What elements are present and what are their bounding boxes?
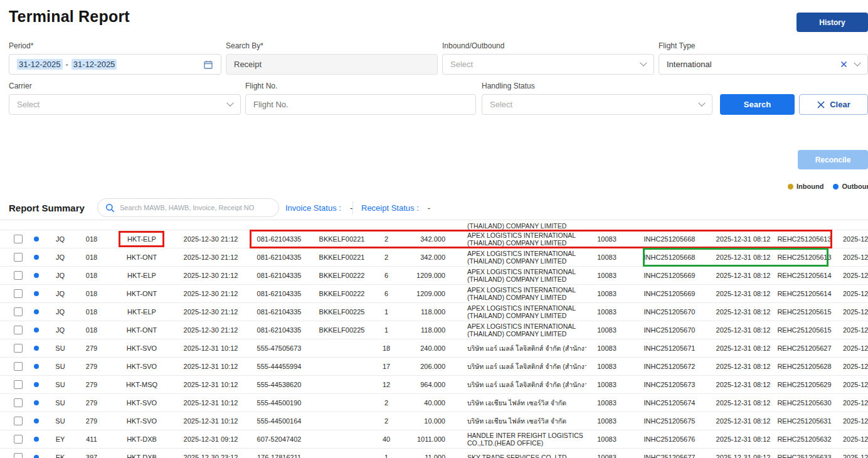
- row-checkbox[interactable]: [14, 253, 23, 262]
- row-checkbox[interactable]: [14, 235, 23, 243]
- cell-receipt-no: REHC251205628: [775, 358, 834, 375]
- cell-receipt-no: REHC251205615: [775, 321, 834, 339]
- table-row[interactable]: JQ 018 HKT-ONT 2025-12-30 21:12 081-6210…: [0, 321, 868, 339]
- cell-mawb: 081-62104335: [246, 248, 312, 266]
- cell-invoice-no: INHC251205671: [627, 339, 712, 357]
- cell-carrier: JQ: [45, 248, 75, 266]
- table-row[interactable]: JQ 018 HKT-ELP 2025-12-30 21:12 081-6210…: [0, 303, 868, 321]
- search-button[interactable]: Search: [720, 94, 795, 115]
- table-row[interactable]: JQ 018 HKT-ONT 2025-12-30 21:12 081-6210…: [0, 285, 868, 303]
- calendar-icon[interactable]: [203, 60, 213, 70]
- period-start-value[interactable]: 31-12-2025: [17, 59, 63, 70]
- row-checkbox[interactable]: [14, 380, 23, 389]
- cell-invoice-date: 2025-12-31 08:12: [712, 230, 775, 248]
- cell-carrier: JQ: [45, 303, 75, 321]
- cell-customer-code: 10083: [586, 376, 627, 393]
- receipt-status[interactable]: Receipt Status : -: [361, 196, 430, 220]
- table-row[interactable]: SU 279 HKT-SVO 2025-12-31 10:12 555-4750…: [0, 339, 868, 358]
- flight-no-input[interactable]: [246, 95, 475, 114]
- cell-receipt-date: 2025-12: [834, 358, 868, 375]
- inbound-outbound-select[interactable]: Select: [442, 54, 654, 75]
- cell-invoice-no: INHC251205673: [627, 376, 712, 393]
- cell-mawb: 555-47505673: [246, 339, 312, 357]
- carrier-select[interactable]: Select: [9, 94, 241, 115]
- direction-legend: Inbound Outbound: [788, 183, 868, 190]
- search-by-value: Receipt: [234, 60, 262, 69]
- row-checkbox[interactable]: [14, 398, 23, 407]
- cell-mawb: 081-62104335: [246, 267, 312, 284]
- invoice-status[interactable]: Invoice Status : -: [285, 196, 352, 220]
- cell-receipt-no: REHC251205627: [775, 339, 834, 357]
- cell-invoice-no: INHC251205675: [627, 412, 712, 430]
- outbound-dot-icon: [34, 291, 39, 296]
- cell-weight: 342.000: [401, 230, 452, 248]
- row-checkbox[interactable]: [14, 307, 23, 316]
- cell-flight-datetime: 2025-12-30 21:12: [176, 321, 246, 339]
- cell-receipt-date: 2025-12: [834, 412, 868, 430]
- row-checkbox[interactable]: [14, 326, 23, 334]
- row-checkbox[interactable]: [14, 344, 23, 353]
- flight-type-select[interactable]: International: [659, 54, 868, 75]
- clear-button[interactable]: Clear: [799, 94, 868, 115]
- cell-invoice-date: 2025-12-31 08:12: [712, 358, 775, 375]
- row-checkbox-cell: [0, 394, 28, 412]
- cell-receipt-date: 2025-12: [834, 430, 868, 448]
- cell-carrier: JQ: [45, 321, 75, 339]
- cell-invoice-date: 2025-12-31 08:12: [712, 376, 775, 393]
- cell-route: HKT-SVO: [108, 394, 176, 412]
- row-checkbox[interactable]: [14, 362, 23, 371]
- receipt-status-label[interactable]: Receipt Status :: [361, 203, 419, 213]
- row-checkbox[interactable]: [14, 417, 23, 425]
- cell-customer: บริษัท แอร์ เมลล์ โลจิสติกส์ จำกัด (สำนั…: [452, 358, 586, 375]
- cell-flight-datetime: 2025-12-31 10:12: [176, 339, 246, 357]
- direction-dot-cell: [28, 303, 45, 321]
- table-row[interactable]: SU 279 HKT-SVO 2025-12-31 10:12 555-4445…: [0, 358, 868, 376]
- cell-mawb: 555-44538620: [246, 376, 312, 393]
- table-row[interactable]: JQ 018 HKT-ONT 2025-12-30 21:12 081-6210…: [0, 248, 868, 267]
- table-row[interactable]: EY 411 HKT-DXB 2025-12-31 09:12 607-5204…: [0, 430, 868, 449]
- cell-flight-no: 279: [75, 376, 108, 393]
- row-checkbox-cell: [0, 412, 28, 430]
- cell-hawb: [312, 358, 371, 375]
- cell-customer-code: 10083: [586, 430, 627, 448]
- legend-outbound-label: Outbound: [842, 183, 868, 190]
- search-icon: [105, 203, 115, 213]
- table-row[interactable]: JQ 018 HKT-ELP 2025-12-30 21:12 081-6210…: [0, 230, 868, 248]
- cell-weight: 1209.000: [401, 285, 452, 302]
- row-checkbox[interactable]: [14, 271, 23, 280]
- direction-dot-cell: [28, 339, 45, 357]
- cell-pieces: 2: [371, 412, 401, 430]
- table-row[interactable]: EK 397 HKT-DXB 2025-12-30 23:12 176-1781…: [0, 449, 868, 458]
- row-checkbox[interactable]: [14, 435, 23, 444]
- cell-invoice-no: INHC251205669: [627, 267, 712, 284]
- outbound-dot-icon: [34, 328, 39, 333]
- row-checkbox[interactable]: [14, 453, 23, 458]
- outbound-dot-icon: [833, 184, 839, 189]
- cell-weight: 240.000: [401, 339, 452, 357]
- handling-status-select[interactable]: Select: [482, 94, 712, 115]
- table-row[interactable]: SU 279 HKT-SVO 2025-12-31 10:12 555-4450…: [0, 412, 868, 430]
- row-checkbox[interactable]: [14, 289, 23, 298]
- outbound-dot-icon: [34, 418, 39, 423]
- table-row[interactable]: JQ 018 HKT-ELP 2025-12-30 21:12 081-6210…: [0, 267, 868, 285]
- period-end-value[interactable]: 31-12-2025: [71, 59, 117, 70]
- cell-route: HKT-SVO: [108, 412, 176, 430]
- clear-x-icon: [817, 100, 825, 109]
- summary-search-box[interactable]: [97, 198, 279, 217]
- clear-flight-type-icon[interactable]: [840, 61, 847, 68]
- cell-receipt-date: 2025-12: [834, 376, 868, 393]
- inbound-outbound-placeholder: Select: [450, 60, 473, 69]
- search-by-input[interactable]: Receipt: [226, 54, 438, 75]
- table-row[interactable]: SU 279 HKT-MSQ 2025-12-31 10:12 555-4453…: [0, 376, 868, 394]
- table-row[interactable]: SU 279 HKT-SVO 2025-12-31 10:12 555-4450…: [0, 394, 868, 412]
- summary-search-input[interactable]: [120, 204, 271, 211]
- reconcile-button[interactable]: Reconcile: [798, 150, 868, 169]
- history-button[interactable]: History: [797, 13, 868, 32]
- cell-invoice-date: 2025-12-31 08:12: [712, 449, 775, 458]
- cell-mawb: 555-44500164: [246, 412, 312, 430]
- flight-no-field[interactable]: [245, 94, 476, 115]
- cell-invoice-date: 2025-12-31 08:12: [712, 248, 775, 266]
- cell-receipt-no: REHC251205615: [775, 303, 834, 321]
- period-input[interactable]: 31-12-2025 - 31-12-2025: [9, 54, 221, 75]
- invoice-status-label[interactable]: Invoice Status :: [285, 203, 341, 213]
